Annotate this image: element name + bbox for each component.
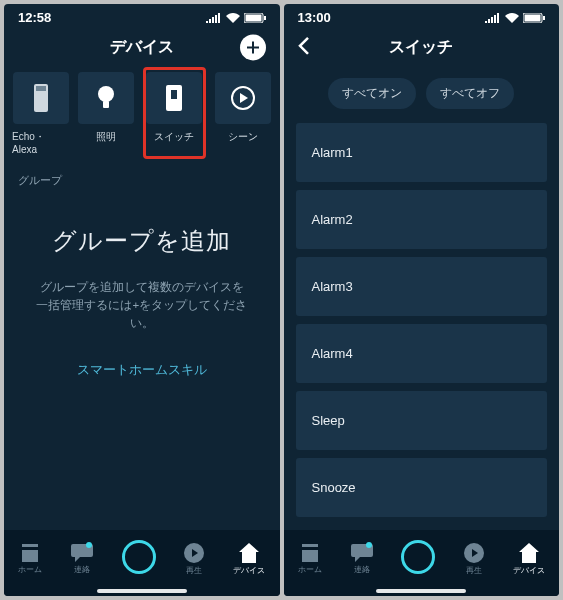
empty-title: グループを追加	[52, 224, 231, 258]
tab-alexa[interactable]	[122, 542, 156, 576]
play-icon	[464, 543, 484, 563]
empty-subtitle: グループを追加して複数のデバイスを一括管理するには+をタップしてください。	[34, 278, 250, 333]
category-label: スイッチ	[154, 130, 194, 144]
devices-icon	[519, 543, 539, 563]
page-title: デバイス	[110, 37, 174, 58]
tab-label: 再生	[466, 565, 482, 576]
devices-icon	[239, 543, 259, 563]
list-item[interactable]: Snooze	[296, 458, 548, 517]
signal-icon	[206, 13, 222, 23]
status-icons	[206, 13, 266, 23]
echo-icon	[34, 84, 48, 112]
tab-contact[interactable]: 連絡	[351, 544, 373, 575]
notification-dot	[366, 542, 372, 548]
tab-home[interactable]: ホーム	[18, 544, 42, 575]
left-screen: 12:58 デバイス Echo・Alexa 照明 スイッチ シーン グル	[4, 4, 280, 596]
category-light[interactable]: 照明	[77, 72, 134, 155]
list-item[interactable]: Alarm3	[296, 257, 548, 316]
header: デバイス	[4, 27, 280, 72]
svg-rect-17	[302, 544, 318, 547]
back-button[interactable]	[298, 36, 310, 58]
tab-label: 連絡	[74, 564, 90, 575]
right-screen: 13:00 スイッチ すべてオン すべてオフ Alarm1 Alarm2 Ala…	[284, 4, 560, 596]
list-item[interactable]: Alarm4	[296, 324, 548, 383]
groups-empty-state: グループを追加 グループを追加して複数のデバイスを一括管理するには+をタップして…	[4, 196, 280, 530]
bulb-icon	[96, 85, 116, 111]
category-echo[interactable]: Echo・Alexa	[12, 72, 69, 155]
tab-label: ホーム	[18, 564, 42, 575]
svg-rect-6	[103, 101, 109, 108]
list-item[interactable]: Sleep	[296, 391, 548, 450]
all-on-button[interactable]: すべてオン	[328, 78, 416, 109]
home-indicator	[376, 589, 466, 593]
switch-list: Alarm1 Alarm2 Alarm3 Alarm4 Sleep Snooze	[284, 123, 560, 517]
tab-label: デバイス	[233, 565, 265, 576]
add-button[interactable]	[240, 34, 266, 60]
tab-bar: ホーム 連絡 再生 デバイス	[4, 530, 280, 596]
bulk-action-row: すべてオン すべてオフ	[284, 72, 560, 123]
svg-rect-1	[245, 14, 261, 21]
scene-icon	[230, 85, 256, 111]
header: スイッチ	[284, 27, 560, 72]
list-item[interactable]: Alarm2	[296, 190, 548, 249]
svg-rect-2	[264, 16, 266, 20]
alexa-ring-icon	[122, 540, 156, 574]
signal-icon	[485, 13, 501, 23]
category-scene[interactable]: シーン	[214, 72, 271, 155]
svg-rect-8	[171, 90, 177, 99]
tab-bar: ホーム 連絡 再生 デバイス	[284, 530, 560, 596]
tab-label: ホーム	[298, 564, 322, 575]
svg-rect-10	[22, 550, 38, 562]
switch-icon	[166, 85, 182, 111]
battery-icon	[244, 13, 266, 23]
tab-play[interactable]: 再生	[464, 543, 484, 576]
smart-home-skill-link[interactable]: スマートホームスキル	[77, 361, 207, 379]
chevron-left-icon	[298, 36, 310, 54]
home-indicator	[97, 589, 187, 593]
plus-icon	[246, 40, 260, 54]
play-icon	[184, 543, 204, 563]
tab-label: 連絡	[354, 564, 370, 575]
svg-rect-16	[302, 550, 318, 562]
tab-devices[interactable]: デバイス	[233, 543, 265, 576]
tab-devices[interactable]: デバイス	[513, 543, 545, 576]
battery-icon	[523, 13, 545, 23]
category-switch[interactable]: スイッチ	[143, 67, 206, 159]
tab-label: 再生	[186, 565, 202, 576]
list-item[interactable]: Alarm1	[296, 123, 548, 182]
all-off-button[interactable]: すべてオフ	[426, 78, 514, 109]
category-label: 照明	[96, 130, 116, 144]
svg-point-5	[98, 86, 114, 102]
page-title: スイッチ	[389, 37, 453, 58]
status-bar: 12:58	[4, 4, 280, 27]
home-icon	[19, 544, 41, 562]
category-row: Echo・Alexa 照明 スイッチ シーン	[4, 72, 280, 165]
groups-section-label: グループ	[4, 165, 280, 196]
status-bar: 13:00	[284, 4, 560, 27]
notification-dot	[86, 542, 92, 548]
svg-rect-14	[525, 14, 541, 21]
category-label: Echo・Alexa	[12, 130, 69, 155]
status-time: 13:00	[298, 10, 331, 25]
tab-label: デバイス	[513, 565, 545, 576]
wifi-icon	[226, 13, 240, 23]
alexa-ring-icon	[401, 540, 435, 574]
home-icon	[299, 544, 321, 562]
tab-alexa[interactable]	[401, 542, 435, 576]
tab-contact[interactable]: 連絡	[71, 544, 93, 575]
svg-rect-11	[22, 544, 38, 547]
status-time: 12:58	[18, 10, 51, 25]
svg-rect-4	[36, 86, 46, 91]
status-icons	[485, 13, 545, 23]
svg-rect-15	[543, 16, 545, 20]
tab-home[interactable]: ホーム	[298, 544, 322, 575]
tab-play[interactable]: 再生	[184, 543, 204, 576]
wifi-icon	[505, 13, 519, 23]
category-label: シーン	[228, 130, 258, 144]
